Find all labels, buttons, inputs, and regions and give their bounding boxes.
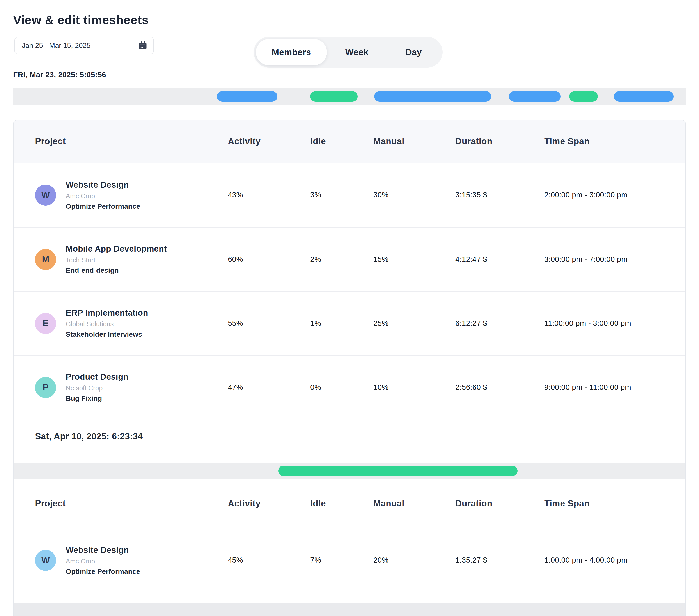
project-name: Website Design	[66, 545, 140, 555]
activity-value: 45%	[228, 556, 310, 565]
project-name: Website Design	[66, 180, 140, 189]
column-header-project: Project	[35, 136, 228, 146]
idle-value: 7%	[310, 556, 373, 565]
avatar: M	[35, 249, 56, 270]
activity-value: 60%	[228, 255, 310, 264]
task-name: Optimize Performance	[66, 202, 140, 210]
table-row[interactable]: M Mobile App Development Tech Start End-…	[14, 227, 685, 291]
company-name: Amc Crop	[66, 192, 140, 199]
avatar: W	[35, 185, 56, 206]
timeline-bar-partial	[14, 603, 685, 616]
column-header-project: Project	[35, 498, 228, 509]
column-header-idle: Idle	[310, 136, 373, 146]
project-name: ERP Implementation	[66, 308, 148, 318]
column-header-timespan: Time Span	[544, 136, 685, 146]
timeline-segment[interactable]	[374, 91, 491, 102]
timespan-value: 9:00:00 pm - 11:00:00 pm	[544, 383, 685, 392]
task-name: End-end-design	[66, 266, 167, 274]
date-range-value: Jan 25 - Mar 15, 2025	[22, 42, 91, 50]
manual-value: 20%	[373, 556, 455, 565]
duration-value: 4:12:47 $	[455, 255, 544, 264]
timespan-value: 1:00:00 pm - 4:00:00 pm	[544, 556, 685, 565]
project-name: Mobile App Development	[66, 244, 167, 254]
timeline-segment[interactable]	[278, 466, 517, 476]
company-name: Global Solutions	[66, 320, 148, 328]
task-name: Bug Fixing	[66, 395, 128, 403]
manual-value: 15%	[373, 255, 455, 264]
timesheets-page: View & edit timesheets Jan 25 - Mar 15, …	[0, 13, 699, 616]
manual-value: 10%	[373, 383, 455, 392]
avatar: P	[35, 377, 56, 398]
toolbar: Jan 25 - Mar 15, 2025 Members Week Day	[13, 37, 686, 67]
timeline-segment[interactable]	[509, 91, 561, 102]
avatar-initial: M	[42, 254, 49, 264]
timespan-value: 3:00:00 pm - 7:00:00 pm	[544, 255, 685, 264]
column-header-activity: Activity	[228, 136, 310, 146]
project-name: Product Design	[66, 372, 128, 382]
table-header-row: Project Activity Idle Manual Duration Ti…	[14, 120, 685, 163]
timeline-segment[interactable]	[569, 91, 598, 102]
duration-value: 1:35:27 $	[455, 556, 544, 565]
table-row[interactable]: E ERP Implementation Global Solutions St…	[14, 291, 685, 355]
idle-value: 3%	[310, 191, 373, 199]
timeline-segment[interactable]	[311, 91, 358, 102]
activity-value: 43%	[228, 191, 310, 199]
task-name: Optimize Performance	[66, 567, 140, 575]
timesheet-card: Project Activity Idle Manual Duration Ti…	[13, 120, 686, 616]
timeline-bar	[14, 462, 685, 479]
day-heading: FRI, Mar 23, 2025: 5:05:56	[13, 70, 686, 79]
avatar-initial: P	[43, 382, 49, 392]
idle-value: 1%	[310, 319, 373, 328]
tab-week[interactable]: Week	[327, 39, 387, 65]
company-name: Netsoft Crop	[66, 384, 128, 392]
idle-value: 2%	[310, 255, 373, 264]
column-header-manual: Manual	[373, 498, 455, 509]
idle-value: 0%	[310, 383, 373, 392]
duration-value: 3:15:35 $	[455, 191, 544, 199]
page-title: View & edit timesheets	[13, 13, 686, 27]
table-row[interactable]: W Website Design Amc Crop Optimize Perfo…	[14, 163, 685, 227]
activity-value: 55%	[228, 319, 310, 328]
column-header-timespan: Time Span	[544, 498, 685, 509]
table-header-row: Project Activity Idle Manual Duration Ti…	[14, 479, 685, 528]
avatar-initial: W	[41, 190, 50, 200]
timespan-value: 2:00:00 pm - 3:00:00 pm	[544, 191, 685, 199]
tab-day[interactable]: Day	[387, 39, 440, 65]
app-viewport: View & edit timesheets Jan 25 - Mar 15, …	[0, 0, 699, 616]
company-name: Tech Start	[66, 256, 167, 263]
day-heading: Sat, Apr 10, 2025: 6:23:34	[35, 431, 685, 442]
activity-value: 47%	[228, 383, 310, 392]
manual-value: 30%	[373, 191, 455, 199]
duration-value: 2:56:60 $	[455, 383, 544, 392]
task-name: Stakeholder Interviews	[66, 331, 148, 339]
calendar-icon[interactable]	[137, 39, 149, 52]
column-header-idle: Idle	[310, 498, 373, 509]
timeline-bar	[13, 88, 686, 105]
column-header-duration: Duration	[455, 136, 544, 146]
column-header-manual: Manual	[373, 136, 455, 146]
avatar-initial: E	[43, 318, 49, 328]
table-row[interactable]: P Product Design Netsoft Crop Bug Fixing…	[14, 355, 685, 419]
timespan-value: 11:00:00 pm - 3:00:00 pm	[544, 319, 685, 328]
avatar-initial: W	[41, 555, 50, 565]
column-header-duration: Duration	[455, 498, 544, 509]
duration-value: 6:12:27 $	[455, 319, 544, 328]
column-header-activity: Activity	[228, 498, 310, 509]
company-name: Amc Crop	[66, 557, 140, 564]
avatar: W	[35, 550, 56, 571]
avatar: E	[35, 313, 56, 334]
manual-value: 25%	[373, 319, 455, 328]
date-range-input[interactable]: Jan 25 - Mar 15, 2025	[14, 37, 154, 54]
view-mode-tabs: Members Week Day	[254, 37, 443, 67]
timeline-segment[interactable]	[614, 91, 674, 102]
timeline-segment[interactable]	[217, 91, 277, 102]
table-row[interactable]: W Website Design Amc Crop Optimize Perfo…	[14, 528, 685, 592]
tab-members[interactable]: Members	[256, 39, 327, 65]
